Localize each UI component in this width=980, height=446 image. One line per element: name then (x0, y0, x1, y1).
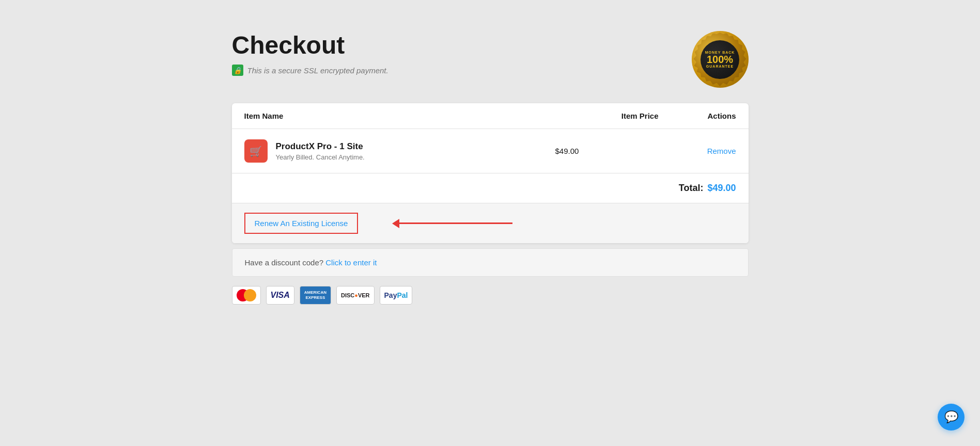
amex-icon: AMERICANEXPRESS (300, 286, 331, 305)
lock-icon: 🔒 (232, 65, 243, 76)
product-info: ProductX Pro - 1 Site Yearly Billed. Can… (276, 141, 365, 161)
badge-line3: GUARANTEE (706, 65, 734, 68)
ssl-text: This is a secure SSL encrypted payment. (247, 66, 388, 75)
header-left: Checkout 🔒 This is a secure SSL encrypte… (232, 31, 388, 76)
discover-icon: DISC●VER (336, 286, 375, 305)
ssl-badge: 🔒 This is a secure SSL encrypted payment… (232, 65, 388, 76)
product-price: $49.00 (555, 147, 659, 155)
total-amount: $49.00 (707, 183, 736, 194)
table-header: Item Name Item Price Actions (232, 103, 749, 129)
arrow-annotation (392, 219, 512, 228)
product-billing: Yearly Billed. Cancel Anytime. (276, 153, 365, 161)
table-row: 🛒 ProductX Pro - 1 Site Yearly Billed. C… (232, 129, 749, 173)
payment-methods: VISA AMERICANEXPRESS DISC●VER PayPal (232, 286, 749, 305)
col-item-price: Item Price (555, 112, 659, 120)
product-name: ProductX Pro - 1 Site (276, 141, 365, 152)
discount-text: Have a discount code? (245, 258, 324, 267)
visa-icon: VISA (266, 286, 294, 305)
paypal-icon: PayPal (380, 286, 413, 305)
arrow-head (392, 219, 399, 228)
col-actions: Actions (659, 112, 736, 120)
col-item-name: Item Name (244, 112, 555, 120)
discount-link[interactable]: Click to enter it (325, 258, 377, 267)
page-title: Checkout (232, 31, 388, 59)
amex-text: AMERICANEXPRESS (304, 290, 326, 300)
discover-text: DISC●VER (341, 292, 370, 298)
paypal-text: PayPal (384, 291, 408, 299)
renew-section: Renew An Existing License (232, 203, 749, 243)
chat-button[interactable]: 💬 (938, 404, 965, 431)
visa-text: VISA (271, 291, 290, 300)
product-cell: 🛒 ProductX Pro - 1 Site Yearly Billed. C… (244, 139, 555, 163)
renew-license-button[interactable]: Renew An Existing License (244, 213, 359, 234)
arrow-line (399, 222, 512, 224)
total-row: Total: $49.00 (232, 173, 749, 203)
actions-cell: Remove (659, 147, 736, 156)
mc-yellow-circle (244, 289, 256, 301)
badge-line2: 100% (707, 54, 733, 65)
chat-icon: 💬 (944, 410, 958, 424)
renew-button-wrapper: Renew An Existing License (232, 203, 749, 243)
total-label: Total: (679, 183, 704, 194)
checkout-card: Item Name Item Price Actions 🛒 ProductX … (232, 103, 749, 243)
discount-section: Have a discount code? Click to enter it (232, 248, 749, 277)
product-icon: 🛒 (244, 139, 268, 163)
remove-button[interactable]: Remove (707, 147, 736, 155)
money-back-badge: MONEY BACK 100% GUARANTEE (692, 31, 749, 88)
mastercard-icon (232, 286, 261, 305)
header-area: Checkout 🔒 This is a secure SSL encrypte… (232, 31, 749, 88)
